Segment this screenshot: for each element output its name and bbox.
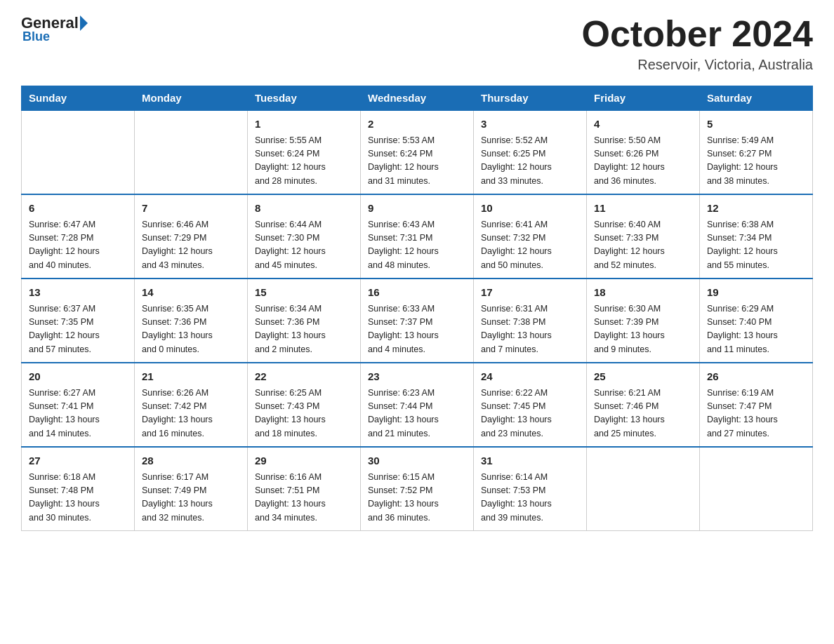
calendar-week-2: 6Sunrise: 6:47 AMSunset: 7:28 PMDaylight…	[22, 194, 813, 279]
day-number: 11	[594, 201, 692, 217]
calendar-cell: 26Sunrise: 6:19 AMSunset: 7:47 PMDayligh…	[700, 363, 813, 447]
day-number: 13	[29, 285, 127, 301]
day-info: Sunrise: 6:47 AMSunset: 7:28 PMDaylight:…	[29, 218, 127, 273]
month-title: October 2024	[582, 14, 814, 54]
calendar-cell: 15Sunrise: 6:34 AMSunset: 7:36 PMDayligh…	[248, 279, 361, 363]
col-header-tuesday: Tuesday	[248, 86, 361, 111]
calendar-cell	[700, 447, 813, 531]
calendar-cell: 3Sunrise: 5:52 AMSunset: 6:25 PMDaylight…	[474, 110, 587, 194]
day-number: 18	[594, 285, 692, 301]
col-header-saturday: Saturday	[700, 86, 813, 111]
day-info: Sunrise: 5:49 AMSunset: 6:27 PMDaylight:…	[707, 134, 805, 189]
day-info: Sunrise: 5:50 AMSunset: 6:26 PMDaylight:…	[594, 134, 692, 189]
day-number: 25	[594, 369, 692, 385]
calendar-cell: 14Sunrise: 6:35 AMSunset: 7:36 PMDayligh…	[135, 279, 248, 363]
calendar-week-1: 1Sunrise: 5:55 AMSunset: 6:24 PMDaylight…	[22, 110, 813, 194]
calendar-cell: 16Sunrise: 6:33 AMSunset: 7:37 PMDayligh…	[361, 279, 474, 363]
day-info: Sunrise: 6:33 AMSunset: 7:37 PMDaylight:…	[368, 302, 466, 357]
day-info: Sunrise: 6:30 AMSunset: 7:39 PMDaylight:…	[594, 302, 692, 357]
day-number: 23	[368, 369, 466, 385]
day-number: 22	[255, 369, 353, 385]
day-info: Sunrise: 6:46 AMSunset: 7:29 PMDaylight:…	[142, 218, 240, 273]
day-info: Sunrise: 6:22 AMSunset: 7:45 PMDaylight:…	[481, 387, 579, 441]
day-info: Sunrise: 5:53 AMSunset: 6:24 PMDaylight:…	[368, 134, 466, 189]
calendar-cell: 18Sunrise: 6:30 AMSunset: 7:39 PMDayligh…	[587, 279, 700, 363]
calendar-cell: 28Sunrise: 6:17 AMSunset: 7:49 PMDayligh…	[135, 447, 248, 531]
calendar-cell: 7Sunrise: 6:46 AMSunset: 7:29 PMDaylight…	[135, 194, 248, 279]
day-info: Sunrise: 5:55 AMSunset: 6:24 PMDaylight:…	[255, 134, 353, 189]
title-block: October 2024 Reservoir, Victoria, Austra…	[582, 14, 814, 73]
day-info: Sunrise: 6:14 AMSunset: 7:53 PMDaylight:…	[481, 471, 579, 525]
logo-blue: Blue	[21, 29, 50, 44]
col-header-monday: Monday	[135, 86, 248, 111]
day-number: 20	[29, 369, 127, 385]
calendar-cell: 10Sunrise: 6:41 AMSunset: 7:32 PMDayligh…	[474, 194, 587, 279]
day-info: Sunrise: 5:52 AMSunset: 6:25 PMDaylight:…	[481, 134, 579, 189]
calendar-table: SundayMondayTuesdayWednesdayThursdayFrid…	[21, 86, 813, 531]
day-number: 12	[707, 201, 805, 217]
day-number: 6	[29, 201, 127, 217]
calendar-cell	[135, 110, 248, 194]
calendar-cell: 17Sunrise: 6:31 AMSunset: 7:38 PMDayligh…	[474, 279, 587, 363]
day-number: 14	[142, 285, 240, 301]
calendar-cell: 5Sunrise: 5:49 AMSunset: 6:27 PMDaylight…	[700, 110, 813, 194]
day-number: 5	[707, 116, 805, 133]
day-info: Sunrise: 6:21 AMSunset: 7:46 PMDaylight:…	[594, 387, 692, 441]
calendar-cell: 31Sunrise: 6:14 AMSunset: 7:53 PMDayligh…	[474, 447, 587, 531]
col-header-friday: Friday	[587, 86, 700, 111]
day-info: Sunrise: 6:15 AMSunset: 7:52 PMDaylight:…	[368, 471, 466, 525]
day-info: Sunrise: 6:38 AMSunset: 7:34 PMDaylight:…	[707, 218, 805, 273]
day-number: 9	[368, 201, 466, 217]
day-number: 30	[368, 453, 466, 469]
day-number: 2	[368, 116, 466, 133]
location: Reservoir, Victoria, Australia	[582, 57, 814, 73]
calendar-cell: 9Sunrise: 6:43 AMSunset: 7:31 PMDaylight…	[361, 194, 474, 279]
calendar-cell: 30Sunrise: 6:15 AMSunset: 7:52 PMDayligh…	[361, 447, 474, 531]
day-info: Sunrise: 6:37 AMSunset: 7:35 PMDaylight:…	[29, 302, 127, 357]
calendar-cell: 12Sunrise: 6:38 AMSunset: 7:34 PMDayligh…	[700, 194, 813, 279]
day-info: Sunrise: 6:16 AMSunset: 7:51 PMDaylight:…	[255, 471, 353, 525]
day-number: 4	[594, 116, 692, 133]
day-info: Sunrise: 6:34 AMSunset: 7:36 PMDaylight:…	[255, 302, 353, 357]
day-number: 24	[481, 369, 579, 385]
calendar-cell	[22, 110, 135, 194]
day-number: 27	[29, 453, 127, 469]
calendar-cell: 20Sunrise: 6:27 AMSunset: 7:41 PMDayligh…	[22, 363, 135, 447]
day-info: Sunrise: 6:17 AMSunset: 7:49 PMDaylight:…	[142, 471, 240, 525]
page-header: General Blue October 2024 Reservoir, Vic…	[21, 14, 813, 73]
day-info: Sunrise: 6:23 AMSunset: 7:44 PMDaylight:…	[368, 387, 466, 441]
calendar-cell	[587, 447, 700, 531]
logo-triangle-icon	[80, 15, 88, 31]
day-number: 28	[142, 453, 240, 469]
day-info: Sunrise: 6:27 AMSunset: 7:41 PMDaylight:…	[29, 387, 127, 441]
day-number: 17	[481, 285, 579, 301]
calendar-cell: 1Sunrise: 5:55 AMSunset: 6:24 PMDaylight…	[248, 110, 361, 194]
day-number: 26	[707, 369, 805, 385]
day-info: Sunrise: 6:35 AMSunset: 7:36 PMDaylight:…	[142, 302, 240, 357]
day-info: Sunrise: 6:44 AMSunset: 7:30 PMDaylight:…	[255, 218, 353, 273]
col-header-sunday: Sunday	[22, 86, 135, 111]
day-info: Sunrise: 6:19 AMSunset: 7:47 PMDaylight:…	[707, 387, 805, 441]
day-info: Sunrise: 6:29 AMSunset: 7:40 PMDaylight:…	[707, 302, 805, 357]
calendar-week-5: 27Sunrise: 6:18 AMSunset: 7:48 PMDayligh…	[22, 447, 813, 531]
day-number: 16	[368, 285, 466, 301]
col-header-thursday: Thursday	[474, 86, 587, 111]
day-number: 7	[142, 201, 240, 217]
day-info: Sunrise: 6:18 AMSunset: 7:48 PMDaylight:…	[29, 471, 127, 525]
calendar-cell: 27Sunrise: 6:18 AMSunset: 7:48 PMDayligh…	[22, 447, 135, 531]
calendar-cell: 4Sunrise: 5:50 AMSunset: 6:26 PMDaylight…	[587, 110, 700, 194]
day-number: 1	[255, 116, 353, 133]
calendar-week-4: 20Sunrise: 6:27 AMSunset: 7:41 PMDayligh…	[22, 363, 813, 447]
calendar-cell: 13Sunrise: 6:37 AMSunset: 7:35 PMDayligh…	[22, 279, 135, 363]
calendar-cell: 22Sunrise: 6:25 AMSunset: 7:43 PMDayligh…	[248, 363, 361, 447]
day-info: Sunrise: 6:43 AMSunset: 7:31 PMDaylight:…	[368, 218, 466, 273]
calendar-cell: 11Sunrise: 6:40 AMSunset: 7:33 PMDayligh…	[587, 194, 700, 279]
day-info: Sunrise: 6:41 AMSunset: 7:32 PMDaylight:…	[481, 218, 579, 273]
day-info: Sunrise: 6:25 AMSunset: 7:43 PMDaylight:…	[255, 387, 353, 441]
day-number: 8	[255, 201, 353, 217]
col-header-wednesday: Wednesday	[361, 86, 474, 111]
day-number: 31	[481, 453, 579, 469]
calendar-cell: 29Sunrise: 6:16 AMSunset: 7:51 PMDayligh…	[248, 447, 361, 531]
calendar-cell: 8Sunrise: 6:44 AMSunset: 7:30 PMDaylight…	[248, 194, 361, 279]
day-number: 29	[255, 453, 353, 469]
